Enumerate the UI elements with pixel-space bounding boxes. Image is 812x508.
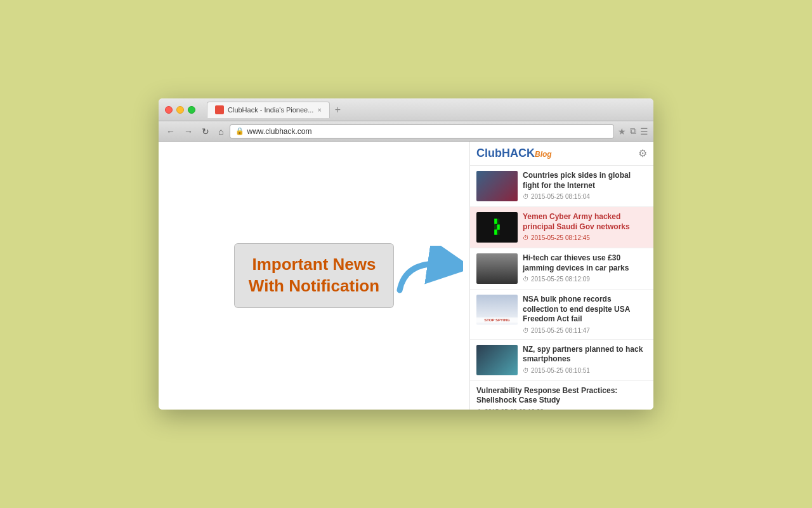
tab-label: ClubHack - India's Pionee... [228, 106, 313, 114]
annotation-line1: Important News [249, 254, 379, 276]
minimize-button[interactable] [176, 106, 184, 114]
news-content: NSA bulk phone records collection to end… [523, 295, 647, 334]
news-panel: ClubHACKBlog ⚙ Countries pick sides in g… [469, 142, 653, 410]
news-item[interactable]: NZ, spy partners planned to hack smartph… [470, 340, 653, 381]
news-content: NZ, spy partners planned to hack smartph… [523, 345, 647, 375]
toolbar-icons: ★ ⧉ ☰ [618, 126, 648, 137]
news-header: ClubHACKBlog ⚙ [470, 142, 653, 166]
news-title: Yemen Cyber Army hacked principal Saudi … [523, 212, 647, 232]
news-thumbnail [476, 345, 518, 375]
browser-window: ClubHack - India's Pionee... × + ← → ↻ ⌂… [159, 98, 653, 410]
settings-icon[interactable]: ⚙ [638, 147, 647, 159]
clock-icon: ⏱ [523, 234, 529, 241]
arrow-container [393, 246, 463, 305]
clock-icon: ⏱ [476, 408, 483, 410]
news-title: NSA bulk phone records collection to end… [523, 295, 647, 324]
logo-blog: Blog [535, 150, 552, 159]
news-title: Hi-tech car thieves use £30 jamming devi… [523, 253, 647, 273]
news-content: Yemen Cyber Army hacked principal Saudi … [523, 212, 647, 243]
maximize-button[interactable] [188, 106, 195, 114]
news-item-nothumbs[interactable]: Vulnerability Response Best Practices: S… [470, 381, 653, 410]
news-title: Countries pick sides in global fight for… [523, 171, 647, 190]
tab-bar: ClubHack - India's Pionee... × + [207, 102, 647, 118]
logo-hack: H [502, 147, 510, 159]
title-bar: ClubHack - India's Pionee... × + [159, 98, 653, 121]
url-bar[interactable]: 🔒 www.clubhack.com [230, 124, 614, 138]
bookmark-icon[interactable]: ★ [618, 126, 626, 137]
news-item[interactable]: Countries pick sides in global fight for… [470, 166, 653, 207]
news-thumbnail: STOP SPYING [476, 295, 518, 325]
news-item[interactable]: Hi-tech car thieves use £30 jamming devi… [470, 248, 653, 290]
news-content: Hi-tech car thieves use £30 jamming devi… [523, 253, 647, 284]
news-time: ⏱ 2015-05-25 08:15:04 [523, 193, 647, 200]
news-time: ⏱ 2015-05-25 08:10:51 [523, 367, 647, 374]
forward-button[interactable]: → [181, 125, 195, 138]
news-logo: ClubHACKBlog [476, 147, 552, 160]
tab-close-icon[interactable]: × [317, 106, 321, 114]
news-content: Countries pick sides in global fight for… [523, 171, 647, 201]
annotation-area: Important News With Notification [159, 142, 469, 410]
clock-icon: ⏱ [523, 327, 529, 334]
clock-icon: ⏱ [523, 367, 529, 374]
tab-favicon [215, 105, 224, 114]
lock-icon: 🔒 [235, 127, 244, 135]
news-thumbnail: █░░██░ [476, 212, 518, 243]
arrow-icon [393, 246, 463, 303]
news-time: ⏱ 2015-05-25 08:11:47 [523, 327, 647, 334]
clock-icon: ⏱ [523, 193, 529, 200]
clock-icon: ⏱ [523, 276, 529, 283]
close-button[interactable] [165, 106, 173, 114]
annotation-box: Important News With Notification [234, 243, 394, 308]
logo-ack: ACK [510, 147, 535, 159]
new-tab-button[interactable]: + [332, 104, 343, 116]
annotation-line2: With Notification [249, 276, 379, 297]
news-time: ⏱ 2015-05-25 08:12:09 [523, 276, 647, 283]
browser-tab[interactable]: ClubHack - India's Pionee... × [207, 102, 330, 118]
extensions-icon[interactable]: ⧉ [630, 126, 636, 137]
news-thumbnail [476, 253, 518, 284]
news-time: ⏱ 2015-05-25 08:12:45 [523, 234, 647, 241]
back-button[interactable]: ← [164, 125, 178, 138]
address-bar: ← → ↻ ⌂ 🔒 www.clubhack.com ★ ⧉ ☰ [159, 121, 653, 142]
url-text: www.clubhack.com [247, 127, 311, 136]
news-title: Vulnerability Response Best Practices: S… [476, 386, 647, 406]
reload-button[interactable]: ↻ [199, 125, 212, 138]
news-title: NZ, spy partners planned to hack smartph… [523, 345, 647, 364]
news-thumbnail [476, 171, 518, 201]
news-item[interactable]: STOP SPYING NSA bulk phone records colle… [470, 290, 653, 340]
news-time: ⏱ 2015-05-25 08:10:28 [476, 408, 647, 410]
news-list: Countries pick sides in global fight for… [470, 166, 653, 410]
page-content: Important News With Notification [159, 142, 653, 410]
traffic-lights [165, 106, 195, 114]
menu-icon[interactable]: ☰ [640, 126, 648, 137]
logo-club: Club [476, 147, 502, 159]
news-item-highlighted[interactable]: █░░██░ Yemen Cyber Army hacked principal… [470, 207, 653, 248]
home-button[interactable]: ⌂ [216, 125, 226, 138]
